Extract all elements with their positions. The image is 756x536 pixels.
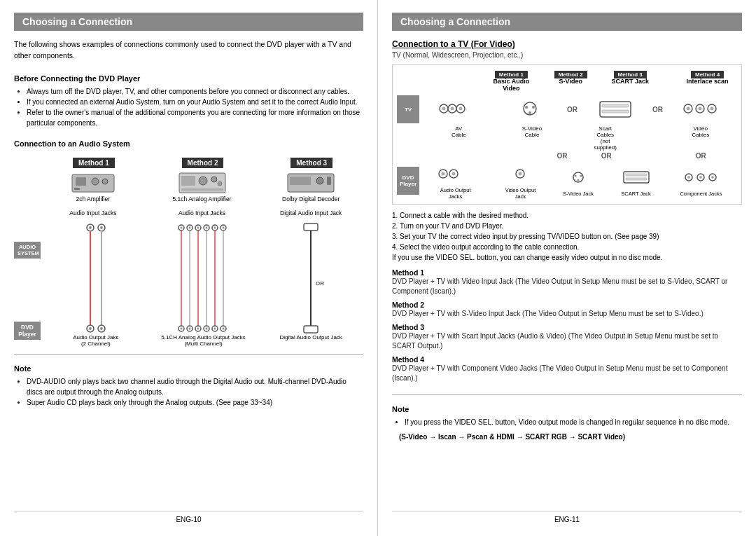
right-page-number: ENG-11 bbox=[392, 511, 742, 523]
dvd-scart-jack-svg bbox=[622, 165, 650, 189]
svg-point-87 bbox=[580, 174, 582, 177]
dvd-audio-label: Audio OutputJacks bbox=[419, 187, 491, 200]
diagram-area: AUDIO SYSTEM DVD Player bbox=[14, 222, 363, 347]
amplifier-51ch-icon bbox=[178, 171, 227, 195]
svg-rect-12 bbox=[290, 177, 311, 185]
tv-scart-jack-svg bbox=[598, 95, 633, 123]
col1-wire-svg bbox=[75, 222, 117, 334]
right-note-section: Note If you press the VIDEO SEL. button,… bbox=[392, 394, 742, 441]
method2-desc: DVD Player + TV with S-Video Input Jack … bbox=[392, 309, 742, 319]
svg-point-52 bbox=[214, 327, 216, 329]
dvd-video-jack-svg bbox=[510, 161, 531, 186]
or-2: OR bbox=[652, 106, 663, 114]
col2-device-label: 5.1ch Analog Amplifier bbox=[172, 195, 231, 202]
svg-point-86 bbox=[575, 174, 577, 177]
svg-point-3 bbox=[102, 179, 108, 184]
note-heading: Note bbox=[14, 364, 363, 373]
svg-point-28 bbox=[188, 226, 190, 228]
svg-point-63 bbox=[451, 107, 454, 111]
dvd-svideo-jack-svg bbox=[568, 165, 589, 189]
svg-point-18 bbox=[100, 226, 103, 229]
cable-label-3: ScartCables(notsupplied) bbox=[568, 125, 642, 151]
dvd-video-jack: Video OutputJack bbox=[491, 161, 550, 200]
note-list: DVD-AUDIO only plays back two channel au… bbox=[14, 376, 363, 408]
left-page-number: ENG-10 bbox=[14, 511, 363, 523]
svg-point-48 bbox=[197, 327, 199, 329]
col3-wire-svg: OR bbox=[293, 222, 328, 334]
svg-rect-72 bbox=[602, 110, 629, 113]
dvd-jacks: Audio OutputJacks Video OutputJack bbox=[419, 161, 737, 200]
method1-desc: DVD Player + TV with Video Input Jack (T… bbox=[392, 277, 742, 296]
svg-point-84 bbox=[519, 172, 522, 176]
svg-point-22 bbox=[89, 327, 92, 330]
note-1: DVD-AUDIO only plays back two channel au… bbox=[27, 376, 363, 397]
svg-point-26 bbox=[180, 226, 182, 228]
svg-rect-71 bbox=[602, 104, 629, 107]
bullet-3: Refer to the owner's manual of the addit… bbox=[27, 107, 363, 128]
right-half: Choosing a Connection Connection to a TV… bbox=[378, 0, 756, 536]
method-block-1: Method 1 DVD Player + TV with Video Inpu… bbox=[392, 268, 742, 296]
method3-desc: DVD Player + TV with Scart Input Jacks (… bbox=[392, 331, 742, 351]
dvd-svideo-label: S-Video Jack bbox=[550, 191, 608, 197]
col-label-2: S-Video bbox=[541, 78, 601, 92]
tv-svideo-jack-svg bbox=[516, 95, 544, 123]
cable-label-1: AVCable bbox=[422, 125, 496, 151]
svg-rect-70 bbox=[600, 102, 631, 117]
cable-label-2: S-VideoCable bbox=[496, 125, 569, 151]
right-note-1: If you press the VIDEO SEL. button, Vide… bbox=[405, 417, 742, 427]
col3-output-label: Digital Audio Output Jack bbox=[279, 334, 342, 341]
svg-rect-1 bbox=[76, 177, 86, 186]
instruction-5: If you use the VIDEO SEL. button, you ca… bbox=[392, 252, 742, 263]
dvd-component-jacks-svg bbox=[682, 165, 720, 189]
tv-col4 bbox=[664, 95, 737, 124]
audio-system-label: AUDIO SYSTEM bbox=[14, 242, 41, 259]
dvd-scart-label: SCART Jack bbox=[607, 191, 665, 197]
col2-equipment: 5.1ch Analog Amplifier Audio Input Jacks bbox=[150, 171, 255, 217]
left-half: Choosing a Connection The following show… bbox=[0, 0, 378, 536]
dvd-component-jacks: Component Jacks bbox=[665, 165, 737, 197]
svg-rect-4 bbox=[74, 188, 80, 190]
left-intro: The following shows examples of connecti… bbox=[14, 39, 363, 62]
or-1: OR bbox=[567, 106, 578, 114]
svg-point-88 bbox=[578, 179, 580, 181]
instructions: 1. Connect a cable with the desired meth… bbox=[392, 210, 742, 263]
equipment-row: 2ch Amplifier Audio Input Jacks 5.1ch An… bbox=[41, 171, 363, 217]
before-heading: Before Connecting the DVD Player bbox=[14, 74, 363, 83]
svg-point-69 bbox=[528, 111, 531, 114]
tv-section-heading: Connection to a TV (For Video) bbox=[392, 39, 742, 49]
col-label-1: Basic AudioVideo bbox=[482, 78, 541, 92]
tv-jacks: OR OR bbox=[419, 95, 737, 124]
col3-input-label: Digital Audio Input Jack bbox=[280, 209, 342, 217]
dvd-scart-jack: SCART Jack bbox=[607, 165, 665, 197]
left-labels: AUDIO SYSTEM DVD Player bbox=[14, 222, 41, 347]
col2-wire-svg bbox=[176, 222, 232, 334]
svg-rect-6 bbox=[181, 176, 195, 186]
dvd-component-label: Component Jacks bbox=[665, 191, 737, 197]
or-label-b: OR bbox=[570, 152, 643, 160]
dvd-player-label: DVD Player bbox=[14, 322, 41, 340]
col1-wires: Audio Output Jaks (2 Channel) bbox=[43, 222, 148, 347]
tv-component-jacks-svg bbox=[681, 95, 720, 123]
method-badge-1: Method 1 bbox=[73, 158, 115, 168]
instruction-1: 1. Connect a cable with the desired meth… bbox=[392, 210, 742, 221]
page-container: Choosing a Connection The following show… bbox=[0, 0, 756, 536]
svg-point-93 bbox=[687, 176, 690, 179]
col1-device-label: 2ch Amplifier bbox=[76, 195, 111, 202]
svg-point-32 bbox=[205, 226, 207, 228]
bullet-1: Always turn off the DVD player, TV, and … bbox=[27, 86, 363, 97]
col1-input-label: Audio Input Jacks bbox=[69, 209, 116, 217]
method3-title: Method 3 bbox=[392, 323, 742, 331]
instruction-3: 3. Set your TV the correct video input b… bbox=[392, 231, 742, 242]
tv-sub: TV (Normal, Widescreen, Projection, etc.… bbox=[392, 51, 742, 59]
col1-equipment: 2ch Amplifier Audio Input Jacks bbox=[41, 171, 146, 217]
svg-point-78 bbox=[710, 107, 714, 111]
svg-rect-14 bbox=[327, 177, 331, 185]
note-section: Note DVD-AUDIO only plays back two chann… bbox=[14, 354, 363, 413]
tv-row: TV bbox=[397, 95, 737, 124]
tv-col3 bbox=[578, 95, 652, 124]
dvd-row-label: DVD Player bbox=[397, 167, 419, 195]
tv-col2 bbox=[493, 95, 566, 124]
col2-output-label: 5.1CH Analog Audio Output Jacks (Multi C… bbox=[161, 334, 246, 347]
left-title: Choosing a Connection bbox=[14, 13, 363, 31]
method-block-4: Method 4 DVD Player + TV with Component … bbox=[392, 355, 742, 383]
